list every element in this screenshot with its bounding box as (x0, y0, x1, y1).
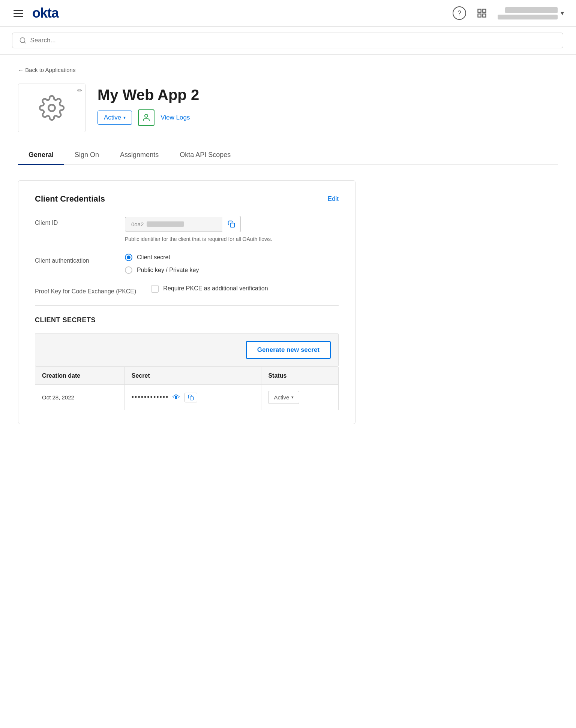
tab-okta-api-scopes[interactable]: Okta API Scopes (169, 146, 241, 165)
pkce-checkbox-wrapper: Require PKCE as additional verification (151, 284, 339, 293)
secret-row: Oct 28, 2022 •••••••••••• 👁 (35, 385, 339, 410)
copy-client-id-button[interactable] (222, 216, 241, 232)
generate-secret-wrapper: Generate new secret (35, 333, 339, 367)
pkce-option-label: Require PKCE as additional verification (163, 284, 268, 293)
client-secret-radio[interactable] (125, 254, 132, 261)
status-dropdown-arrow: ▾ (123, 115, 126, 120)
user-icon-badge[interactable] (138, 109, 154, 126)
client-id-row: Client ID 0oa2 Public identifier for the (35, 216, 339, 243)
pkce-checkbox[interactable] (151, 285, 159, 293)
main-content: ← Back to Applications ✏ My Web App 2 Ac… (0, 55, 576, 436)
gear-icon (39, 95, 65, 121)
client-id-input-wrapper: 0oa2 (125, 216, 339, 232)
pkce-row: Proof Key for Code Exchange (PKCE) Requi… (35, 284, 339, 295)
back-to-applications-link[interactable]: ← Back to Applications (18, 67, 558, 73)
client-id-display: 0oa2 (125, 217, 222, 232)
client-secret-option[interactable]: Client secret (125, 254, 339, 261)
svg-rect-3 (483, 14, 486, 17)
tab-general[interactable]: General (18, 146, 64, 165)
client-id-blurred (147, 221, 184, 227)
user-dropdown[interactable]: ▾ (498, 7, 564, 19)
tab-sign-on[interactable]: Sign On (64, 146, 110, 165)
svg-line-5 (24, 42, 26, 43)
svg-point-7 (145, 114, 148, 117)
chevron-down-icon: ▾ (561, 9, 564, 17)
client-auth-options: Client secret Public key / Private key (125, 254, 339, 274)
secrets-table: Creation date Secret Status Oct 28, 2022… (35, 367, 339, 410)
user-info-text (498, 7, 558, 19)
app-header: ✏ My Web App 2 Active ▾ View Logs (18, 84, 558, 132)
col-creation-date: Creation date (35, 367, 125, 385)
client-credentials-header: Client Credentials Edit (35, 194, 339, 204)
secret-status-cell: Active ▾ (261, 385, 339, 410)
client-id-value: 0oa2 Public identifier for the client th… (125, 216, 339, 243)
pkce-label: Proof Key for Code Exchange (PKCE) (35, 284, 136, 295)
svg-rect-8 (231, 223, 235, 227)
col-status: Status (261, 367, 339, 385)
public-key-option[interactable]: Public key / Private key (125, 266, 339, 274)
svg-rect-0 (478, 9, 481, 12)
copy-secret-button[interactable] (184, 393, 197, 402)
svg-rect-1 (483, 9, 486, 12)
col-secret: Secret (124, 367, 261, 385)
search-bar (12, 33, 563, 48)
public-key-radio[interactable] (125, 266, 132, 274)
copy-secret-icon (188, 395, 194, 401)
header: okta ? ▾ (0, 0, 576, 27)
client-secrets-title: CLIENT SECRETS (35, 316, 339, 324)
search-bar-wrapper (0, 27, 576, 55)
app-icon-wrapper: ✏ (18, 84, 86, 132)
tabs: General Sign On Assignments Okta API Sco… (18, 146, 558, 165)
tab-assignments[interactable]: Assignments (110, 146, 169, 165)
svg-point-6 (48, 105, 55, 111)
copy-icon (228, 220, 235, 228)
app-title-section: My Web App 2 Active ▾ View Logs (98, 84, 199, 126)
user-assign-icon (142, 113, 151, 122)
secret-status-button[interactable]: Active ▾ (268, 391, 299, 404)
client-id-helper: Public identifier for the client that is… (125, 235, 339, 243)
header-right: ? ▾ (453, 6, 564, 20)
section-divider (35, 305, 339, 306)
hamburger-menu[interactable] (12, 8, 25, 18)
secret-dots: •••••••••••• (132, 393, 169, 401)
search-input[interactable] (30, 37, 556, 44)
help-icon[interactable]: ? (453, 6, 466, 20)
svg-rect-10 (190, 397, 194, 400)
edit-pencil-icon[interactable]: ✏ (77, 87, 82, 94)
client-id-label: Client ID (35, 216, 110, 226)
section-title: Client Credentials (35, 194, 105, 204)
secrets-table-header-row: Creation date Secret Status (35, 367, 339, 385)
secret-status-dropdown-arrow: ▾ (291, 395, 294, 400)
app-actions: Active ▾ View Logs (98, 109, 199, 126)
generate-new-secret-button[interactable]: Generate new secret (246, 341, 331, 359)
client-auth-row: Client authentication Client secret Publ… (35, 254, 339, 274)
client-credentials-card: Client Credentials Edit Client ID 0oa2 (18, 180, 356, 424)
search-icon (19, 37, 27, 44)
user-org-blurred (498, 15, 558, 19)
secret-creation-date: Oct 28, 2022 (35, 385, 125, 410)
reveal-secret-icon[interactable]: 👁 (172, 393, 181, 402)
edit-link[interactable]: Edit (328, 195, 339, 203)
user-name-blurred (505, 7, 558, 13)
header-left: okta (12, 5, 58, 21)
secret-value-cell: •••••••••••• 👁 (124, 385, 261, 410)
svg-point-4 (20, 38, 25, 43)
pkce-value: Require PKCE as additional verification (151, 284, 339, 293)
okta-logo: okta (32, 5, 58, 21)
secret-dots-wrapper: •••••••••••• 👁 (132, 393, 255, 402)
app-title: My Web App 2 (98, 87, 199, 103)
active-status-button[interactable]: Active ▾ (98, 111, 132, 125)
view-logs-link[interactable]: View Logs (160, 114, 190, 121)
grid-icon[interactable] (475, 6, 489, 20)
client-auth-label: Client authentication (35, 254, 110, 264)
svg-rect-2 (478, 14, 481, 17)
